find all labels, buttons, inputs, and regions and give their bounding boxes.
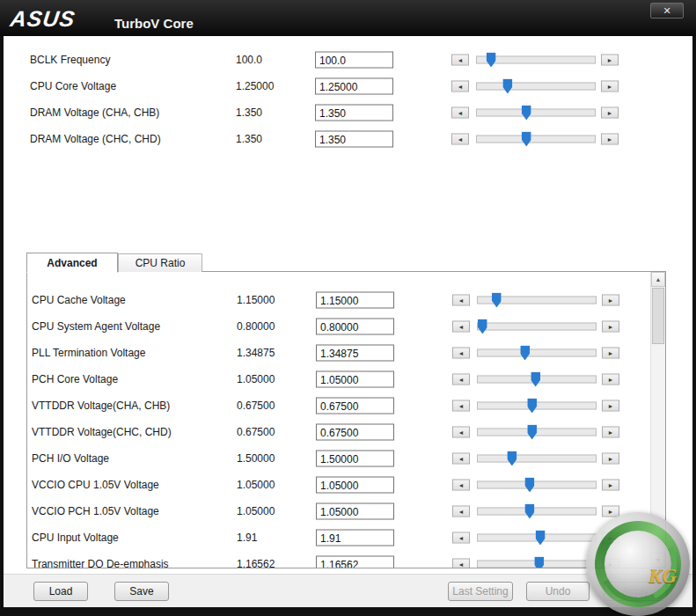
slider-track[interactable]: [476, 109, 596, 117]
right-arrow-icon: ►: [608, 349, 614, 356]
slider-thumb[interactable]: [520, 346, 530, 361]
decrease-button[interactable]: ◄: [452, 453, 470, 465]
tab-advanced[interactable]: Advanced: [26, 253, 118, 273]
increase-button[interactable]: ►: [602, 374, 619, 385]
slider-track[interactable]: [476, 136, 596, 143]
undo-button[interactable]: Undo: [526, 582, 590, 601]
decrease-button[interactable]: ◄: [451, 134, 469, 145]
decrease-button[interactable]: ◄: [451, 81, 469, 92]
last-setting-button[interactable]: Last Setting: [448, 582, 513, 601]
right-arrow-icon: ►: [608, 481, 614, 488]
increase-button[interactable]: ►: [602, 480, 619, 491]
increase-button[interactable]: ►: [602, 295, 619, 306]
decrease-button[interactable]: ◄: [452, 295, 470, 306]
close-button[interactable]: ✕: [650, 3, 684, 18]
slider-thumb[interactable]: [534, 557, 544, 568]
up-arrow-icon: ▲: [656, 276, 662, 282]
increase-button[interactable]: ►: [602, 348, 619, 359]
decrease-button[interactable]: ◄: [451, 55, 469, 66]
left-arrow-icon: ◄: [458, 349, 465, 356]
slider-thumb[interactable]: [524, 478, 534, 493]
setting-value-input[interactable]: [316, 530, 394, 546]
setting-row: CPU Input Voltage 1.91 ◄ ►: [27, 524, 650, 551]
decrease-button[interactable]: ◄: [452, 348, 470, 359]
setting-current-value: 1.05000: [237, 479, 275, 491]
slider-track[interactable]: [477, 508, 597, 516]
slider-track[interactable]: [477, 534, 597, 542]
setting-value-input[interactable]: [316, 424, 394, 441]
slider-thumb[interactable]: [522, 132, 531, 147]
title-bar: ASUS TurboV Core ✕: [0, 0, 696, 36]
left-arrow-icon: ◄: [458, 83, 464, 89]
scroll-up-button[interactable]: ▲: [651, 272, 665, 287]
setting-value-input[interactable]: [316, 398, 394, 414]
slider-thumb[interactable]: [507, 451, 517, 466]
decrease-button[interactable]: ◄: [452, 374, 470, 385]
load-button[interactable]: Load: [33, 582, 88, 601]
setting-current-value: 1.91: [237, 532, 257, 544]
setting-label: BCLK Frequency: [30, 54, 110, 66]
kitguru-watermark: KG: [586, 512, 690, 616]
slider-track[interactable]: [477, 376, 597, 384]
slider-thumb[interactable]: [502, 79, 512, 94]
slider-thumb[interactable]: [536, 531, 546, 546]
left-arrow-icon: ◄: [458, 429, 465, 435]
decrease-button[interactable]: ◄: [452, 506, 470, 517]
increase-button[interactable]: ►: [602, 321, 619, 333]
save-button[interactable]: Save: [114, 582, 169, 601]
decrease-button[interactable]: ◄: [452, 559, 470, 568]
right-arrow-icon: ►: [607, 56, 613, 62]
setting-value-input[interactable]: [315, 131, 393, 148]
setting-value-input[interactable]: [316, 556, 394, 568]
watermark-kg-text: KG: [648, 565, 677, 588]
slider-thumb[interactable]: [527, 425, 537, 440]
slider-thumb[interactable]: [531, 372, 540, 387]
increase-button[interactable]: ►: [601, 55, 619, 66]
left-arrow-icon: ◄: [458, 534, 465, 540]
setting-value-input[interactable]: [316, 371, 394, 388]
increase-button[interactable]: ►: [601, 107, 619, 119]
setting-value-input[interactable]: [316, 503, 394, 520]
tab-cpu-ratio[interactable]: CPU Ratio: [118, 253, 202, 272]
slider-thumb[interactable]: [487, 53, 496, 68]
setting-value-input[interactable]: [316, 319, 394, 335]
increase-button[interactable]: ►: [602, 427, 619, 438]
decrease-button[interactable]: ◄: [452, 480, 470, 491]
setting-value-input[interactable]: [316, 451, 394, 467]
increase-button[interactable]: ►: [601, 134, 619, 145]
slider-thumb[interactable]: [527, 399, 537, 414]
slider-track[interactable]: [477, 323, 597, 331]
increase-button[interactable]: ►: [602, 400, 619, 412]
setting-value-input[interactable]: [315, 52, 393, 69]
decrease-button[interactable]: ◄: [452, 321, 470, 333]
scrollbar-thumb[interactable]: [652, 288, 664, 344]
decrease-button[interactable]: ◄: [452, 427, 470, 438]
left-arrow-icon: ◄: [458, 109, 464, 115]
decrease-button[interactable]: ◄: [452, 532, 470, 544]
slider-track[interactable]: [477, 349, 597, 357]
slider-track[interactable]: [476, 83, 596, 91]
setting-label: VTTDDR Voltage(CHC, CHD): [32, 426, 172, 438]
slider-track[interactable]: [477, 455, 597, 463]
decrease-button[interactable]: ◄: [452, 400, 470, 412]
slider-thumb[interactable]: [522, 106, 531, 121]
setting-value-input[interactable]: [316, 477, 394, 494]
slider-track[interactable]: [477, 297, 597, 304]
setting-value-input[interactable]: [315, 78, 393, 95]
slider-track[interactable]: [476, 56, 596, 64]
setting-row: PCH Core Voltage 1.05000 ◄ ►: [27, 366, 650, 392]
slider-thumb[interactable]: [478, 319, 487, 334]
slider-track[interactable]: [477, 402, 597, 410]
slider-thumb[interactable]: [492, 293, 502, 308]
slider-track[interactable]: [477, 561, 597, 568]
setting-value-input[interactable]: [315, 105, 393, 121]
slider-thumb[interactable]: [524, 504, 534, 519]
slider-track[interactable]: [477, 481, 597, 489]
increase-button[interactable]: ►: [602, 453, 619, 465]
increase-button[interactable]: ►: [601, 81, 619, 92]
setting-value-input[interactable]: [316, 345, 394, 362]
setting-current-value: 100.0: [236, 54, 262, 66]
setting-value-input[interactable]: [316, 292, 394, 309]
decrease-button[interactable]: ◄: [451, 107, 469, 119]
slider-track[interactable]: [477, 429, 597, 436]
